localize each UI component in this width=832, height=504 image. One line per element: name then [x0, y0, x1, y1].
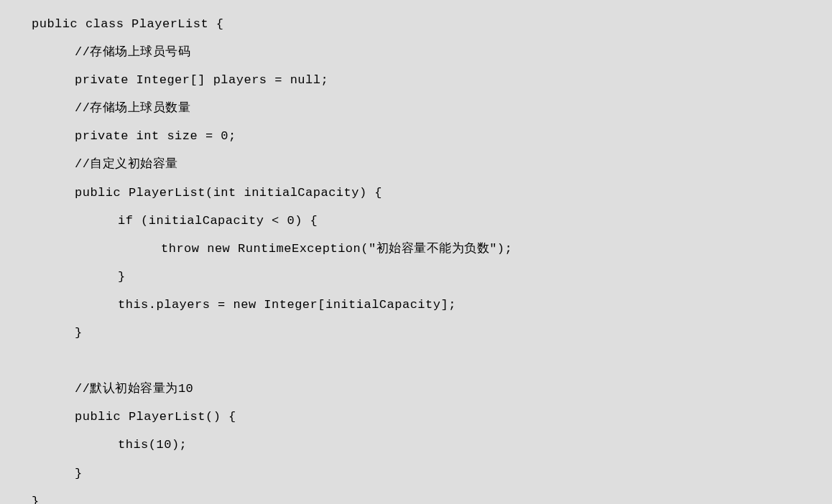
code-line: //自定义初始容量 — [32, 150, 832, 178]
code-line: private int size = 0; — [32, 122, 832, 150]
code-line: private Integer[] players = null; — [32, 66, 832, 94]
code-line: } — [32, 263, 832, 291]
code-line: this.players = new Integer[initialCapaci… — [32, 291, 832, 319]
code-line: } — [32, 459, 832, 487]
code-line: this(10); — [32, 431, 832, 459]
code-line: //存储场上球员号码 — [32, 38, 832, 66]
code-line: } — [32, 319, 832, 347]
blank-line — [32, 347, 832, 375]
code-line: //存储场上球员数量 — [32, 94, 832, 122]
code-line: public class PlayerList { — [32, 10, 832, 38]
code-line: } — [32, 487, 832, 504]
code-line: throw new RuntimeException("初始容量不能为负数"); — [32, 235, 832, 263]
code-line: if (initialCapacity < 0) { — [32, 207, 832, 235]
code-line: //默认初始容量为10 — [32, 375, 832, 403]
code-block: public class PlayerList { //存储场上球员号码 pri… — [32, 10, 832, 504]
code-line: public PlayerList() { — [32, 403, 832, 431]
code-line: public PlayerList(int initialCapacity) { — [32, 179, 832, 207]
